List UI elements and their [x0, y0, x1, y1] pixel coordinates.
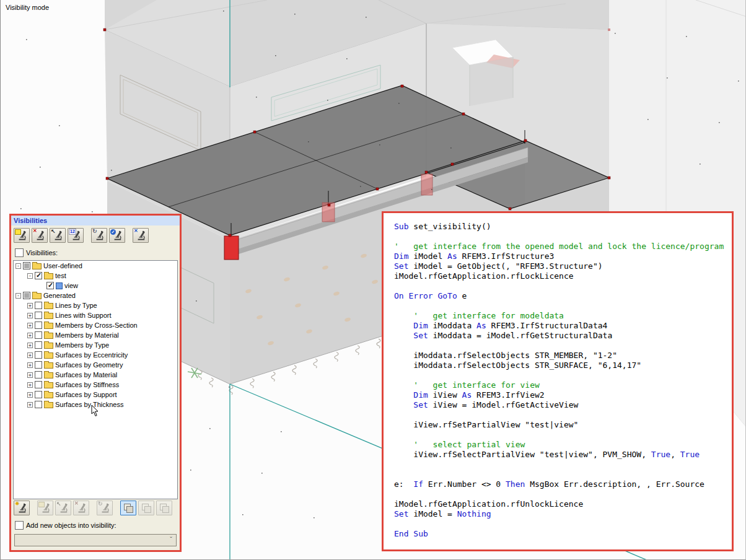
new-visibility-icon-badge: ✷ — [15, 501, 20, 506]
tree-checkbox[interactable] — [46, 282, 54, 289]
expand-icon[interactable]: + — [27, 323, 33, 328]
folder-icon — [44, 392, 53, 398]
tree-checkbox[interactable] — [35, 391, 42, 398]
tree-checkbox[interactable] — [35, 331, 42, 339]
expand-icon[interactable]: + — [27, 392, 33, 398]
visibility-delete-button[interactable]: ✕ — [32, 228, 48, 243]
tree-item-surfaces-by-geometry[interactable]: +Surfaces by Geometry — [14, 360, 177, 370]
tree-checkbox[interactable] — [35, 351, 42, 359]
expand-icon[interactable]: + — [27, 362, 33, 368]
visibility-move-button[interactable]: ↖ — [50, 228, 66, 243]
tree-item-label: Lines by Type — [55, 302, 97, 309]
expand-icon[interactable]: + — [27, 313, 33, 318]
tree-checkbox[interactable] — [35, 272, 42, 279]
tree-checkbox[interactable] — [35, 341, 42, 349]
tree-item-lines-by-type[interactable]: +Lines by Type — [14, 300, 177, 310]
folder-icon — [44, 343, 53, 349]
tree-item-members-by-type[interactable]: +Members by Type — [14, 340, 177, 350]
add-objects-checkbox[interactable] — [15, 521, 24, 530]
visibilities-checkbox-row[interactable]: Visibilities: — [15, 248, 58, 257]
refresh-visibility-button: ↻ — [97, 501, 113, 515]
visibility-rotate-icon-badge: ↻ — [92, 229, 97, 234]
expand-icon[interactable]: + — [27, 343, 33, 348]
folder-icon — [32, 293, 42, 299]
visibility-delete-icon-badge: ✕ — [33, 229, 37, 234]
tree-checkbox[interactable] — [35, 401, 42, 408]
tree-checkbox[interactable] — [23, 262, 30, 269]
edit-visibility-button — [37, 501, 53, 515]
visibility-cancel-icon-badge: ✕ — [134, 229, 138, 234]
tree-checkbox[interactable] — [35, 381, 42, 388]
folder-icon — [32, 263, 42, 269]
tree-item-label: Members by Type — [55, 341, 109, 349]
tree-checkbox[interactable] — [35, 312, 42, 319]
beam-end-section-red — [421, 174, 432, 195]
collapse-icon[interactable]: - — [15, 293, 21, 299]
add-objects-checkbox-row[interactable]: Add new objects into visibility: — [15, 521, 116, 530]
tree-item-label: view — [64, 282, 78, 289]
copy-visibility-button: ↖ — [55, 501, 71, 515]
visibility-tree: -User-defined-testview-Generated+Lines b… — [13, 260, 178, 499]
folder-icon — [44, 362, 53, 369]
visibility-filled-button[interactable] — [14, 228, 30, 243]
mouse-cursor — [91, 405, 100, 418]
tree-item-members-by-cross-section[interactable]: +Members by Cross-Section — [14, 320, 177, 330]
application-window: Visibility mode Visibilities ✕↖12↻✓✕ Vis… — [0, 0, 746, 560]
tree-checkbox[interactable] — [35, 371, 42, 378]
folder-icon — [44, 372, 53, 378]
chevron-down-icon: ˇ — [170, 536, 172, 543]
folder-icon — [44, 402, 53, 408]
expand-icon[interactable]: + — [27, 382, 33, 388]
expand-icon[interactable]: + — [27, 352, 33, 358]
folder-icon — [44, 333, 53, 339]
mode-intersection-button — [138, 501, 154, 515]
visibilities-checkbox[interactable] — [15, 248, 24, 257]
visibility-numbering-button[interactable]: 12 — [68, 228, 84, 243]
visibility-accept-button[interactable]: ✓ — [109, 228, 125, 243]
tree-item-members-by-material[interactable]: +Members by Material — [14, 330, 177, 340]
folder-icon — [44, 303, 53, 309]
view-icon — [56, 282, 63, 289]
tree-item-surfaces-by-material[interactable]: +Surfaces by Material — [14, 370, 177, 380]
expand-icon[interactable]: + — [27, 402, 33, 408]
collapse-icon[interactable]: - — [15, 263, 21, 269]
tree-checkbox[interactable] — [35, 302, 42, 309]
visibilities-checkbox-label: Visibilities: — [26, 249, 58, 256]
new-visibility-button[interactable]: ✷ — [14, 501, 30, 515]
rename-visibility-icon-badge: ✕ — [74, 501, 79, 506]
tree-item-generated[interactable]: -Generated — [14, 291, 177, 300]
rename-visibility-button: ✕ — [73, 501, 89, 515]
visibility-move-icon-badge: ↖ — [51, 229, 56, 234]
tree-item-label: Surfaces by Thickness — [55, 401, 123, 408]
tree-item-surfaces-by-support[interactable]: +Surfaces by Support — [14, 390, 177, 400]
tree-item-view[interactable]: view — [14, 281, 177, 291]
add-visibility-dropdown[interactable]: ˇ — [14, 534, 177, 546]
expand-icon[interactable]: + — [27, 303, 33, 308]
tree-item-test[interactable]: -test — [14, 271, 177, 281]
tree-item-user-defined[interactable]: -User-defined — [14, 261, 177, 271]
copy-visibility-icon-badge: ↖ — [56, 501, 61, 506]
tree-item-label: Members by Cross-Section — [55, 322, 138, 329]
visibilities-panel-title: Visibilities — [11, 216, 180, 225]
visibilities-toolbar-top: ✕↖12↻✓✕ — [14, 228, 151, 243]
expand-icon[interactable]: + — [27, 333, 33, 338]
expand-icon[interactable]: + — [27, 372, 33, 378]
folder-icon — [44, 382, 53, 388]
tree-checkbox[interactable] — [35, 361, 42, 369]
tree-item-surfaces-by-eccentricity[interactable]: +Surfaces by Eccentricity — [14, 350, 177, 360]
vba-code: Sub set_visibility() ' get interface fro… — [384, 213, 732, 539]
visibility-cancel-button[interactable]: ✕ — [133, 228, 149, 243]
visibility-rotate-button[interactable]: ↻ — [91, 228, 107, 243]
collapse-icon[interactable]: - — [27, 273, 33, 279]
add-objects-checkbox-label: Add new objects into visibility: — [26, 522, 116, 529]
tree-item-surfaces-by-stiffness[interactable]: +Surfaces by Stiffness — [14, 380, 177, 390]
tree-item-lines-with-support[interactable]: +Lines with Support — [14, 310, 177, 320]
tree-item-label: Surfaces by Material — [55, 371, 117, 378]
folder-icon — [44, 323, 53, 329]
folder-icon — [44, 273, 53, 279]
tree-checkbox[interactable] — [23, 292, 30, 299]
tree-checkbox[interactable] — [35, 322, 42, 329]
visibility-filled-icon-badge — [15, 229, 21, 235]
folder-icon — [44, 313, 53, 319]
mode-union-button[interactable] — [120, 501, 136, 515]
